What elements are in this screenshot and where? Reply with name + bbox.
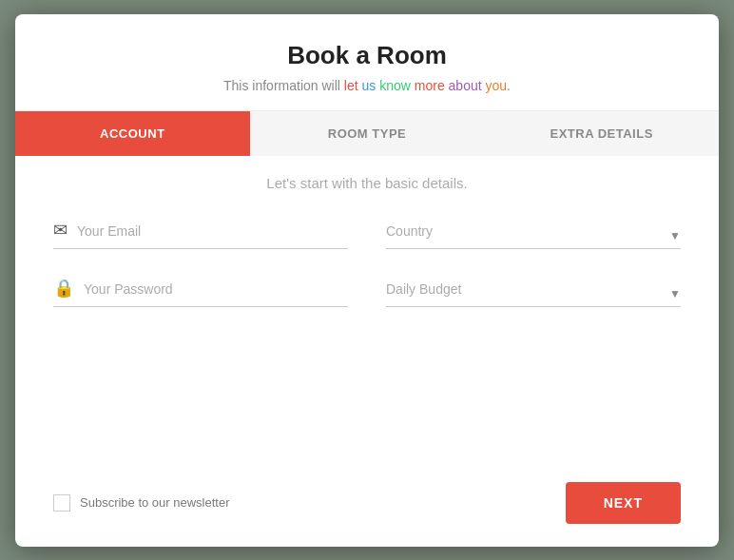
tab-room-type[interactable]: ROOM TYPE xyxy=(250,111,485,156)
newsletter-text: Subscribe to our newsletter xyxy=(80,495,230,510)
form-row-2: 🔒 Daily Budget ▼ xyxy=(53,278,681,307)
modal-footer: Subscribe to our newsletter NEXT xyxy=(15,467,719,547)
email-input[interactable] xyxy=(77,220,348,242)
next-button[interactable]: NEXT xyxy=(566,482,681,524)
country-select[interactable]: Country xyxy=(386,220,669,242)
modal-title: Book a Room xyxy=(53,41,681,70)
email-icon: ✉ xyxy=(53,220,68,241)
booking-modal: Book a Room This information will let us… xyxy=(15,14,719,547)
password-input[interactable] xyxy=(84,278,348,300)
tab-account[interactable]: ACCOUNT xyxy=(15,111,250,156)
lock-icon: 🔒 xyxy=(53,278,74,299)
budget-chevron-icon: ▼ xyxy=(669,287,681,300)
tabs-container: ACCOUNT ROOM TYPE EXTRA DETAILS xyxy=(15,110,719,156)
password-field-group: 🔒 xyxy=(53,278,348,307)
modal-header: Book a Room This information will let us… xyxy=(15,14,719,110)
tab-content-account: Let's start with the basic details. ✉ Co… xyxy=(15,156,719,467)
newsletter-checkbox[interactable] xyxy=(53,494,70,512)
newsletter-label[interactable]: Subscribe to our newsletter xyxy=(53,494,230,512)
email-field-group: ✉ xyxy=(53,220,348,249)
form-row-1: ✉ Country ▼ xyxy=(53,220,681,249)
country-select-group[interactable]: Country ▼ xyxy=(386,220,681,249)
form-description: Let's start with the basic details. xyxy=(53,175,681,191)
budget-select-group[interactable]: Daily Budget ▼ xyxy=(386,278,681,307)
tab-extra-details[interactable]: EXTRA DETAILS xyxy=(484,111,719,156)
country-chevron-icon: ▼ xyxy=(669,229,681,242)
modal-subtitle: This information will let us know more a… xyxy=(53,78,681,93)
budget-select[interactable]: Daily Budget xyxy=(386,278,669,300)
